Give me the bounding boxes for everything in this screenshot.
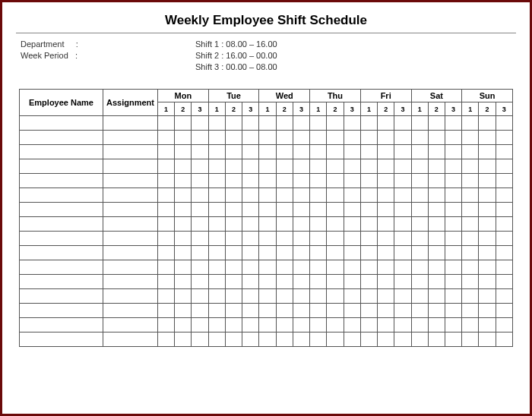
cell-shift[interactable] [344,188,360,203]
cell-shift[interactable] [310,304,327,318]
cell-shift[interactable] [158,318,175,332]
cell-shift[interactable] [411,217,428,232]
cell-shift[interactable] [360,174,377,188]
cell-shift[interactable] [225,188,242,203]
cell-shift[interactable] [378,116,394,131]
cell-shift[interactable] [378,275,394,289]
cell-shift[interactable] [259,232,276,246]
cell-shift[interactable] [225,159,242,174]
cell-shift[interactable] [462,131,479,145]
cell-shift[interactable] [208,131,225,145]
cell-shift[interactable] [175,188,192,203]
cell-shift[interactable] [479,217,496,232]
cell-shift[interactable] [242,275,259,289]
cell-shift[interactable] [225,332,242,347]
cell-shift[interactable] [462,217,479,232]
cell-shift[interactable] [158,145,175,159]
cell-shift[interactable] [208,116,225,131]
cell-shift[interactable] [259,188,276,203]
cell-assignment[interactable] [103,232,158,246]
cell-shift[interactable] [462,116,479,131]
cell-shift[interactable] [242,131,259,145]
cell-shift[interactable] [293,318,309,332]
cell-shift[interactable] [411,304,428,318]
cell-shift[interactable] [259,318,276,332]
cell-shift[interactable] [344,260,360,275]
cell-shift[interactable] [259,174,276,188]
cell-shift[interactable] [158,131,175,145]
cell-shift[interactable] [225,318,242,332]
cell-shift[interactable] [428,159,445,174]
cell-shift[interactable] [158,289,175,304]
cell-employee-name[interactable] [20,203,103,217]
cell-shift[interactable] [411,318,428,332]
cell-shift[interactable] [242,260,259,275]
cell-shift[interactable] [411,116,428,131]
cell-shift[interactable] [378,304,394,318]
cell-shift[interactable] [259,116,276,131]
cell-shift[interactable] [225,174,242,188]
cell-shift[interactable] [208,275,225,289]
cell-shift[interactable] [462,332,479,347]
cell-shift[interactable] [242,217,259,232]
cell-shift[interactable] [445,174,461,188]
cell-shift[interactable] [293,203,309,217]
cell-shift[interactable] [445,159,461,174]
cell-shift[interactable] [360,188,377,203]
cell-shift[interactable] [327,174,344,188]
cell-shift[interactable] [411,246,428,260]
cell-shift[interactable] [479,116,496,131]
cell-shift[interactable] [259,304,276,318]
cell-shift[interactable] [462,275,479,289]
cell-shift[interactable] [310,275,327,289]
cell-shift[interactable] [462,188,479,203]
cell-shift[interactable] [479,332,496,347]
cell-shift[interactable] [496,275,512,289]
cell-shift[interactable] [327,145,344,159]
cell-shift[interactable] [327,318,344,332]
cell-shift[interactable] [411,131,428,145]
cell-shift[interactable] [411,260,428,275]
cell-shift[interactable] [192,246,208,260]
cell-shift[interactable] [479,304,496,318]
cell-employee-name[interactable] [20,131,103,145]
cell-shift[interactable] [310,217,327,232]
cell-shift[interactable] [496,246,512,260]
cell-shift[interactable] [327,260,344,275]
cell-employee-name[interactable] [20,246,103,260]
cell-shift[interactable] [293,145,309,159]
cell-shift[interactable] [192,145,208,159]
cell-shift[interactable] [496,131,512,145]
cell-shift[interactable] [462,203,479,217]
cell-shift[interactable] [158,188,175,203]
cell-shift[interactable] [242,174,259,188]
cell-shift[interactable] [276,260,293,275]
cell-shift[interactable] [360,145,377,159]
cell-shift[interactable] [479,318,496,332]
cell-shift[interactable] [327,275,344,289]
cell-shift[interactable] [428,188,445,203]
cell-shift[interactable] [310,289,327,304]
cell-shift[interactable] [208,332,225,347]
cell-shift[interactable] [344,332,360,347]
cell-shift[interactable] [378,289,394,304]
cell-shift[interactable] [479,188,496,203]
cell-shift[interactable] [496,232,512,246]
cell-shift[interactable] [310,246,327,260]
cell-shift[interactable] [158,304,175,318]
cell-shift[interactable] [360,260,377,275]
cell-shift[interactable] [428,304,445,318]
cell-shift[interactable] [259,260,276,275]
cell-shift[interactable] [259,145,276,159]
cell-shift[interactable] [259,159,276,174]
cell-shift[interactable] [158,203,175,217]
cell-shift[interactable] [445,304,461,318]
cell-shift[interactable] [276,332,293,347]
cell-shift[interactable] [192,289,208,304]
cell-assignment[interactable] [103,289,158,304]
cell-shift[interactable] [276,318,293,332]
cell-shift[interactable] [225,203,242,217]
cell-shift[interactable] [344,159,360,174]
cell-shift[interactable] [411,159,428,174]
cell-shift[interactable] [242,145,259,159]
